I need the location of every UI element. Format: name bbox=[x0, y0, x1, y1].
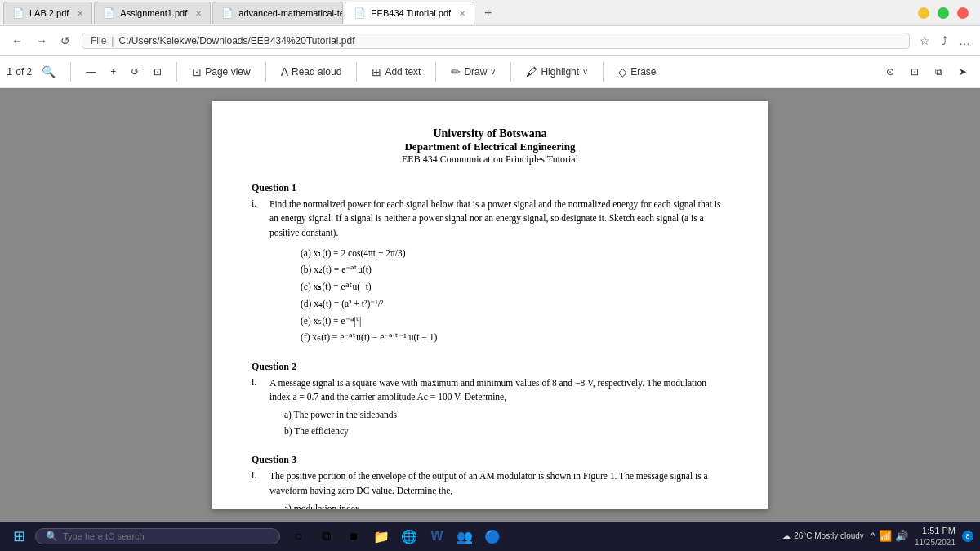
taskbar-icon-explorer[interactable]: 📁 bbox=[370, 525, 393, 548]
question-2-block: Question 2 i. A message signal is a squa… bbox=[252, 361, 728, 440]
toolbar-extra-3[interactable]: ⧉ bbox=[929, 63, 949, 81]
draw-label: Draw bbox=[464, 66, 487, 78]
toolbar-extra-2[interactable]: ⊡ bbox=[904, 63, 925, 81]
page-view-icon: ⊡ bbox=[192, 65, 202, 78]
tab-lab2-label: LAB 2.pdf bbox=[29, 8, 69, 18]
q3-title: Question 3 bbox=[252, 454, 728, 466]
address-bar-icons: ☆ ⤴ … bbox=[916, 33, 973, 49]
notification-badge[interactable]: 8 bbox=[962, 531, 973, 542]
sep-3 bbox=[265, 62, 266, 82]
page-total: of 2 bbox=[16, 66, 32, 78]
tab-eeb434-close[interactable]: ✕ bbox=[459, 9, 466, 18]
q1-d-label: (d) bbox=[301, 299, 314, 309]
tab-assignment1-label: Assignment1.pdf bbox=[120, 8, 187, 18]
sep-5 bbox=[435, 62, 436, 82]
more-button[interactable]: … bbox=[956, 33, 973, 49]
page-view-button[interactable]: ⊡ Page view bbox=[185, 62, 256, 82]
back-button[interactable]: ← bbox=[7, 33, 28, 49]
question-3-block: Question 3 i. The positive portion of th… bbox=[252, 454, 728, 509]
highlight-button[interactable]: 🖍 Highlight ∨ bbox=[519, 62, 595, 82]
tab-lab2-close[interactable]: ✕ bbox=[77, 9, 83, 18]
q2-i-text: A message signal is a square wave with m… bbox=[270, 376, 728, 405]
system-clock[interactable]: 1:51 PM 11/25/2021 bbox=[915, 525, 956, 547]
erase-button[interactable]: ◇ Erase bbox=[612, 62, 662, 82]
forward-button[interactable]: → bbox=[31, 33, 52, 49]
q1-part-c: (c) x₃(t) = eᵃᵗu(−t) bbox=[301, 278, 728, 295]
pdf-page: University of Botswana Department of Ele… bbox=[212, 101, 768, 509]
taskbar-icon-edge[interactable]: 🌐 bbox=[398, 525, 421, 548]
minimize-button[interactable] bbox=[918, 7, 929, 19]
system-tray: ^ 📶 🔊 bbox=[871, 530, 908, 542]
draw-caret: ∨ bbox=[490, 67, 496, 76]
q1-item-i: i. Find the normalized power for each si… bbox=[252, 198, 728, 240]
erase-label: Erase bbox=[630, 66, 656, 78]
q2-part-b: b) The efficiency bbox=[284, 424, 728, 440]
tray-caret[interactable]: ^ bbox=[871, 530, 875, 542]
highlight-label: Highlight bbox=[541, 66, 579, 78]
tab-lab2[interactable]: 📄 LAB 2.pdf ✕ bbox=[3, 2, 92, 24]
read-aloud-button[interactable]: A Read aloud bbox=[274, 62, 349, 82]
fit-button[interactable]: ⊡ bbox=[147, 63, 168, 81]
rotate-button[interactable]: ↺ bbox=[124, 63, 145, 81]
add-text-button[interactable]: ⊞ Add text bbox=[365, 62, 427, 82]
window-controls bbox=[910, 7, 977, 19]
pdf-icon-3: 📄 bbox=[221, 7, 234, 19]
page-indicator: 1 of 2 🔍 bbox=[7, 62, 62, 82]
taskbar-icon-word[interactable]: W bbox=[425, 525, 448, 548]
taskbar-icon-app[interactable]: 🔵 bbox=[481, 525, 504, 548]
refresh-button[interactable]: ↺ bbox=[56, 33, 75, 49]
clock-date: 11/25/2021 bbox=[915, 537, 956, 548]
taskbar-icon-taskview[interactable]: ⧉ bbox=[314, 525, 337, 548]
q1-i-label: i. bbox=[252, 198, 263, 240]
toolbar-extra-4[interactable]: ➤ bbox=[952, 63, 973, 81]
zoom-out-button[interactable]: — bbox=[79, 63, 102, 81]
tab-advanced[interactable]: 📄 advanced-mathematical-technic ✕ bbox=[212, 2, 343, 24]
sep-7 bbox=[603, 62, 604, 82]
taskbar-icon-teams[interactable]: 👥 bbox=[453, 525, 476, 548]
maximize-button[interactable] bbox=[938, 7, 949, 19]
weather-icon: ☁ bbox=[782, 531, 791, 540]
pdf-toolbar: 1 of 2 🔍 — + ↺ ⊡ ⊡ Page view A Read alou… bbox=[0, 56, 980, 88]
pdf-icon: 📄 bbox=[12, 7, 24, 19]
tab-assignment1[interactable]: 📄 Assignment1.pdf ✕ bbox=[94, 2, 211, 24]
address-field[interactable]: File | C:/Users/Kelekwe/Downloads/EEB434… bbox=[82, 33, 910, 49]
draw-button[interactable]: ✏ Draw ∨ bbox=[444, 62, 502, 82]
q1-c-text: x₃(t) = eᵃᵗu(−t) bbox=[314, 282, 372, 291]
taskbar-search-icon: 🔍 bbox=[46, 531, 58, 542]
new-tab-button[interactable]: + bbox=[476, 6, 500, 20]
q2-b-text: The efficiency bbox=[294, 426, 349, 436]
tray-volume[interactable]: 🔊 bbox=[895, 530, 908, 542]
q1-title: Question 1 bbox=[252, 182, 728, 194]
q2-title: Question 2 bbox=[252, 361, 728, 373]
close-button[interactable] bbox=[957, 7, 969, 19]
q1-e-label: (e) bbox=[301, 316, 314, 326]
taskbar-icon-cortana[interactable]: ○ bbox=[287, 525, 310, 548]
draw-icon: ✏ bbox=[451, 65, 461, 78]
q3-parts-list: a) modulation index, b) the carrier powe… bbox=[284, 501, 728, 509]
tab-eeb434[interactable]: 📄 EEB434 Tutorial.pdf ✕ bbox=[345, 2, 474, 24]
tab-strip: 📄 LAB 2.pdf ✕ 📄 Assignment1.pdf ✕ 📄 adva… bbox=[3, 0, 910, 25]
taskbar-search-bar[interactable]: 🔍 bbox=[35, 528, 280, 544]
pdf-icon-4: 📄 bbox=[354, 7, 366, 19]
q1-parts-list: (a) x₁(t) = 2 cos(4πt + 2π/3) (b) x₂(t) … bbox=[301, 245, 728, 346]
taskbar-app-icons: ○ ⧉ ■ 📁 🌐 W 👥 🔵 bbox=[287, 525, 504, 548]
share-button[interactable]: ⤴ bbox=[938, 33, 951, 49]
toolbar-extra-1[interactable]: ⊙ bbox=[880, 63, 901, 81]
taskbar-icon-win[interactable]: ■ bbox=[342, 525, 365, 548]
tray-network[interactable]: 📶 bbox=[879, 530, 892, 542]
file-label: File bbox=[91, 35, 106, 47]
taskbar-search-input[interactable] bbox=[63, 531, 259, 541]
q1-c-label: (c) bbox=[301, 282, 314, 291]
search-button[interactable]: 🔍 bbox=[35, 62, 62, 82]
page-view-label: Page view bbox=[205, 66, 250, 78]
start-button[interactable]: ⊞ bbox=[7, 524, 32, 549]
q2-item-i: i. A message signal is a square wave wit… bbox=[252, 376, 728, 405]
q2-part-a: a) The power in the sidebands bbox=[284, 407, 728, 424]
weather-widget[interactable]: ☁ 26°C Mostly cloudy bbox=[782, 531, 864, 540]
address-bar: ← → ↺ File | C:/Users/Kelekwe/Downloads/… bbox=[0, 26, 980, 56]
tab-assignment1-close[interactable]: ✕ bbox=[195, 9, 202, 18]
clock-time: 1:51 PM bbox=[915, 525, 956, 536]
zoom-in-button[interactable]: + bbox=[104, 63, 122, 81]
fav-button[interactable]: ☆ bbox=[916, 33, 933, 49]
q1-a-text: x₁(t) = 2 cos(4πt + 2π/3) bbox=[314, 248, 406, 258]
